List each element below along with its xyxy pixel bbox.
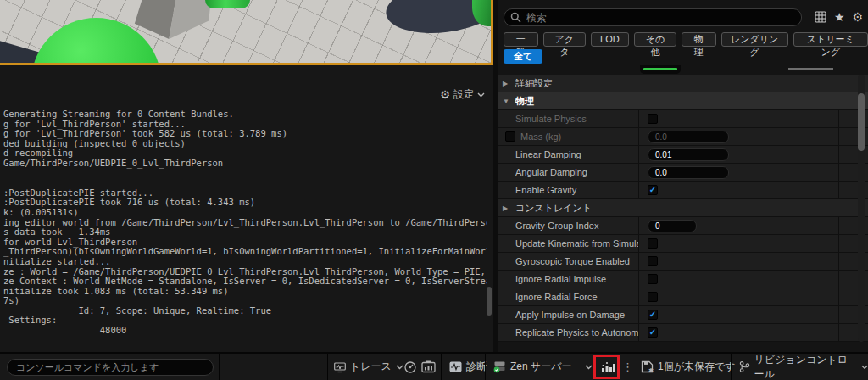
clipped-row-slider-track — [788, 68, 833, 70]
enable-gravity-checkbox[interactable]: ✓ — [648, 185, 658, 195]
log-settings-button[interactable]: ⚙ 設定 — [440, 87, 485, 102]
chart-frame-icon — [421, 360, 436, 373]
viewport-3d-scene[interactable] — [0, 0, 493, 65]
trace-menu-button[interactable]: トレース — [334, 354, 403, 380]
property-row-simulate-physics[interactable]: Simulate Physics — [498, 110, 868, 128]
property-label: Ignore Radial Impulse — [515, 274, 606, 284]
output-log-panel: ⚙ 設定 Generating Streaming for 0 Content … — [0, 65, 493, 352]
status-bar: トレース 診断 Zen サーバー — [0, 352, 868, 380]
clipped-row-green-bar — [643, 68, 677, 70]
filter-button-4[interactable]: 物理 — [682, 32, 716, 47]
apply-impulse-on-damage-checkbox[interactable]: ✓ — [648, 310, 658, 320]
stats-capture-button[interactable] — [421, 354, 436, 380]
trace-icon — [334, 361, 346, 373]
property-row-enable-gravity[interactable]: Enable Gravity✓ — [498, 182, 868, 199]
mass-kg-override-checkbox[interactable] — [505, 131, 515, 142]
favorites-star-icon[interactable]: ★ — [834, 9, 845, 25]
chevron-down-icon[interactable]: ▼ — [503, 98, 509, 105]
console-command-input[interactable] — [7, 359, 214, 376]
property-row-ignore-radial-impulse[interactable]: Ignore Radial Impulse — [498, 271, 868, 288]
property-label: Linear Damping — [515, 149, 581, 159]
chevron-down-icon — [396, 365, 403, 370]
log-text: Generating Streaming for 0 Content Bundl… — [3, 109, 487, 344]
chevron-right-icon[interactable]: ▶ — [503, 204, 509, 212]
gravity-group-index-input[interactable]: 0 — [648, 220, 697, 232]
filter-all-button[interactable]: 全て — [504, 49, 542, 64]
property-label: Gyroscopic Torque Enabled — [515, 256, 630, 266]
gear-icon: ⚙ — [440, 88, 450, 101]
property-row-update-kinematic-from-simulation[interactable]: Update Kinematic from Simulation — [498, 235, 868, 253]
chevron-down-icon — [477, 92, 485, 98]
property-label: Simulate Physics — [515, 114, 587, 124]
category-label: 詳細設定 — [515, 77, 553, 90]
filter-button-5[interactable]: レンダリング — [721, 32, 788, 47]
pulse-icon — [449, 360, 462, 373]
log-scrollbar[interactable] — [487, 287, 492, 316]
category-physics[interactable]: ▼物理 — [498, 92, 868, 110]
unreal-insights-button[interactable] — [596, 355, 620, 378]
unsaved-files-button[interactable]: ✱ 1個が未保存です — [641, 354, 736, 380]
filter-button-2[interactable]: LOD — [591, 32, 629, 47]
kebab-menu-icon[interactable]: ⋮ — [622, 354, 633, 380]
filter-buttons: 一般アクタLODその他物理レンダリングストリーミング — [504, 32, 868, 47]
property-row-mass-kg[interactable]: Mass (kg)0.0 — [498, 128, 868, 146]
divider — [219, 354, 220, 380]
property-row-linear-damping[interactable]: Linear Damping0.01 — [498, 146, 868, 164]
property-label: Update Kinematic from Simulation — [515, 238, 639, 249]
timing-insights-button[interactable] — [403, 354, 417, 380]
property-row-gyroscopic-torque-enabled[interactable]: Gyroscopic Torque Enabled — [498, 253, 868, 271]
divider — [731, 354, 732, 380]
chevron-right-icon[interactable]: ▶ — [503, 80, 509, 87]
display-options-grid-icon[interactable] — [815, 11, 826, 23]
diagnostics-button[interactable]: 診断 — [449, 354, 487, 380]
branch-icon — [739, 360, 750, 373]
ignore-radial-impulse-checkbox[interactable] — [648, 274, 658, 284]
property-row-angular-damping[interactable]: Angular Damping0.0 — [498, 164, 868, 182]
save-icon: ✱ — [641, 360, 654, 373]
filter-button-0[interactable]: 一般 — [504, 32, 538, 47]
gray-cube — [133, 0, 211, 39]
zen-server-button[interactable]: Zen サーバー — [493, 354, 593, 380]
property-row-gravity-group-index[interactable]: Gravity Group Index0 — [498, 217, 868, 235]
details-rows: ▶詳細設定▼物理Simulate PhysicsMass (kg)0.0Line… — [498, 75, 868, 342]
svg-text:✱: ✱ — [648, 367, 654, 373]
property-label: Angular Damping — [515, 167, 587, 177]
bar-chart-icon — [601, 360, 615, 373]
revision-control-button[interactable]: リビジョンコントロール — [739, 354, 868, 380]
search-input[interactable] — [504, 8, 802, 26]
angular-damping-input[interactable]: 0.0 — [648, 166, 729, 179]
chevron-down-icon — [861, 365, 868, 370]
update-kinematic-from-simulation-checkbox[interactable] — [648, 238, 658, 249]
divider — [327, 354, 328, 380]
details-scrollbar-thumb[interactable] — [858, 93, 865, 151]
filter-button-6[interactable]: ストリーミング — [793, 32, 868, 47]
category-advanced-settings[interactable]: ▶詳細設定 — [498, 75, 868, 92]
filter-button-1[interactable]: アクタ — [543, 32, 587, 47]
mass-kg-input[interactable]: 0.0 — [648, 131, 729, 143]
green-cylinder — [205, 0, 250, 8]
ignore-radial-force-checkbox[interactable] — [648, 292, 658, 302]
property-label: Apply Impulse on Damage — [515, 310, 625, 320]
property-label: Enable Gravity — [515, 185, 576, 195]
chevron-down-icon — [585, 365, 593, 370]
settings-gear-icon[interactable]: ⚙ — [852, 9, 863, 25]
category-label: コンストレイント — [515, 202, 592, 215]
category-constraints[interactable]: ▶コンストレイント — [498, 199, 868, 217]
property-label: Ignore Radial Force — [515, 292, 598, 302]
linear-damping-input[interactable]: 0.01 — [648, 148, 729, 161]
divider — [441, 354, 442, 380]
property-row-replicate-physics-to-autonomous[interactable]: Replicate Physics to Autonomous...✓ — [498, 324, 868, 342]
category-label: 物理 — [515, 95, 534, 108]
filter-button-3[interactable]: その他 — [634, 32, 676, 47]
replicate-physics-to-autonomous-checkbox[interactable]: ✓ — [648, 327, 658, 338]
gauge-icon — [403, 360, 417, 374]
property-row-apply-impulse-on-damage[interactable]: Apply Impulse on Damage✓ — [498, 306, 868, 324]
simulate-physics-checkbox[interactable] — [648, 114, 658, 124]
gyroscopic-torque-enabled-checkbox[interactable] — [648, 256, 658, 266]
divider — [485, 354, 486, 380]
property-row-ignore-radial-force[interactable]: Ignore Radial Force — [498, 288, 868, 306]
property-label: Gravity Group Index — [515, 221, 598, 231]
details-panel: ★ ⚙ 一般アクタLODその他物理レンダリングストリーミング 全て ▶詳細設定▼… — [498, 0, 868, 352]
property-label: Mass (kg) — [520, 131, 561, 142]
zen-server-icon — [493, 360, 506, 373]
